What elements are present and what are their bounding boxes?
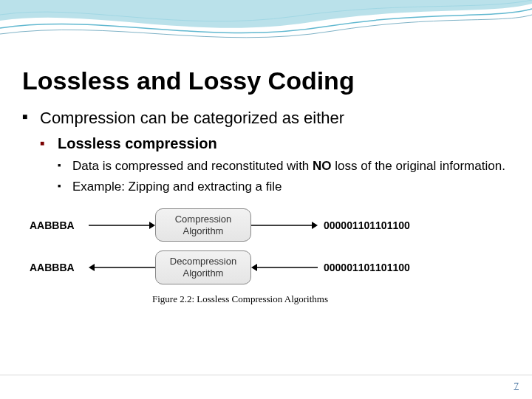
bullet-level3-b: Example: Zipping and extracting a file <box>58 179 510 195</box>
slide-content: Lossless and Lossy Coding Compression ca… <box>22 66 510 305</box>
compression-diagram: AABBBA Compression Algorithm 00000110110… <box>30 208 451 304</box>
bullet-level2: Lossless compression Data is compressed … <box>40 135 510 195</box>
compression-box-line2: Algorithm <box>169 225 237 237</box>
bullet3a-bold: NO <box>313 159 332 173</box>
diagram-input-text-2: AABBBA <box>30 262 89 273</box>
bullet3a-pre: Data is compressed and reconstituted wit… <box>72 159 313 173</box>
arrow-left-icon <box>251 262 318 273</box>
bullet3a-post: loss of the original information. <box>332 159 505 173</box>
svg-marker-7 <box>251 264 257 271</box>
footer-divider <box>0 375 532 375</box>
compression-box: Compression Algorithm <box>155 208 251 242</box>
diagram-input-text: AABBBA <box>30 219 89 231</box>
bullet2-text: Lossless compression <box>58 135 217 151</box>
slide-title: Lossless and Lossy Coding <box>22 66 510 95</box>
bullet-level3-a: Data is compressed and reconstituted wit… <box>58 158 510 174</box>
bullet-level1: Compression can be categorized as either… <box>22 109 510 195</box>
arrow-right-icon <box>89 220 155 231</box>
svg-marker-3 <box>312 222 318 229</box>
arrow-left-icon <box>89 262 155 273</box>
compression-box-line1: Compression <box>169 214 237 225</box>
page-number: 7 <box>514 380 519 392</box>
arrow-right-icon <box>251 220 318 231</box>
decompression-box-line1: Decompression <box>169 256 237 267</box>
diagram-row-decompression: AABBBA Decompression Algorithm 000001101… <box>30 250 451 284</box>
diagram-row-compression: AABBBA Compression Algorithm 00000110110… <box>30 208 451 242</box>
bullet1-text: Compression can be categorized as either <box>40 109 344 127</box>
svg-marker-5 <box>89 264 95 271</box>
decompression-box-line2: Algorithm <box>169 267 237 279</box>
diagram-output-bits-2: 000001101101100 <box>324 262 434 273</box>
header-wave-decoration <box>0 0 532 52</box>
decompression-box: Decompression Algorithm <box>155 250 251 284</box>
svg-marker-1 <box>149 222 155 229</box>
diagram-output-bits: 000001101101100 <box>324 219 434 231</box>
figure-caption: Figure 2.2: Lossless Compression Algorit… <box>30 293 451 305</box>
